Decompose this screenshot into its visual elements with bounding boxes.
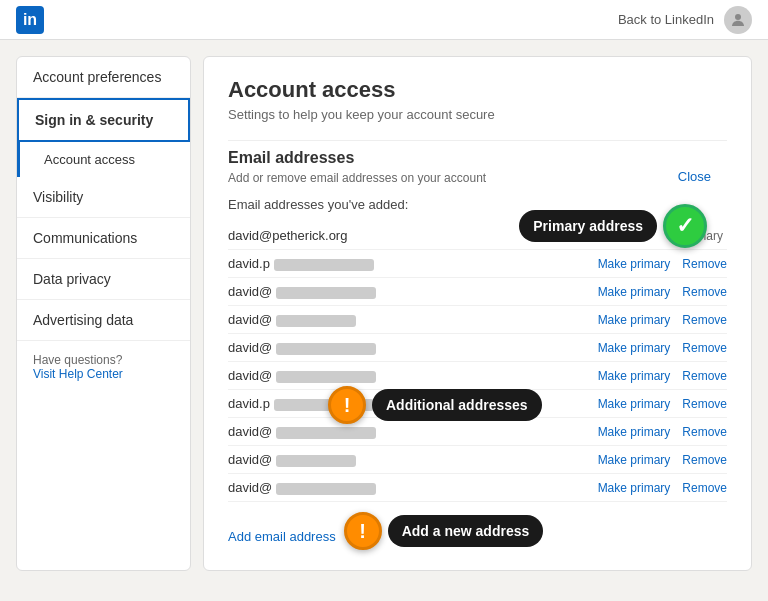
email-row: david.p Make primary Remove bbox=[228, 390, 727, 418]
email-row: david@ Make primary Remove bbox=[228, 362, 727, 390]
email-blur bbox=[276, 483, 376, 495]
add-email-link[interactable]: Add email address bbox=[228, 529, 336, 544]
remove-button[interactable]: Remove bbox=[682, 397, 727, 411]
email-row: david@ Make primary Remove bbox=[228, 306, 727, 334]
email-row: david@ Make primary Remove bbox=[228, 278, 727, 306]
visit-help-center-link[interactable]: Visit Help Center bbox=[33, 367, 123, 381]
primary-email-container: david@petherick.org Primary Primary addr… bbox=[228, 222, 727, 250]
email-prefix: david@ bbox=[228, 452, 598, 467]
email-prefix: david@ bbox=[228, 424, 598, 439]
main-layout: Account preferences Sign in & security A… bbox=[0, 40, 768, 587]
make-primary-button[interactable]: Make primary bbox=[598, 397, 671, 411]
make-primary-button[interactable]: Make primary bbox=[598, 369, 671, 383]
sidebar-item-visibility[interactable]: Visibility bbox=[17, 177, 190, 218]
sidebar-item-data-privacy[interactable]: Data privacy bbox=[17, 259, 190, 300]
email-blur bbox=[276, 315, 356, 327]
sidebar-item-sign-in-security[interactable]: Sign in & security bbox=[17, 98, 190, 142]
back-to-linkedin-link[interactable]: Back to LinkedIn bbox=[618, 12, 714, 27]
remove-button[interactable]: Remove bbox=[682, 313, 727, 327]
divider bbox=[228, 140, 727, 141]
sidebar-item-communications[interactable]: Communications bbox=[17, 218, 190, 259]
have-questions-section: Have questions? Visit Help Center bbox=[17, 341, 190, 393]
remove-button[interactable]: Remove bbox=[682, 285, 727, 299]
sidebar: Account preferences Sign in & security A… bbox=[16, 56, 191, 571]
sidebar-item-advertising-data[interactable]: Advertising data bbox=[17, 300, 190, 341]
email-prefix: david@ bbox=[228, 284, 598, 299]
email-blur bbox=[274, 259, 374, 271]
email-row: david@ Make primary Remove bbox=[228, 474, 727, 502]
avatar[interactable] bbox=[724, 6, 752, 34]
page-subtitle: Settings to help you keep your account s… bbox=[228, 107, 727, 122]
add-email-container: Add email address ! Add a new address bbox=[228, 512, 727, 550]
email-section-label: Email addresses you've added: bbox=[228, 197, 727, 212]
email-blur bbox=[276, 455, 356, 467]
make-primary-button[interactable]: Make primary bbox=[598, 425, 671, 439]
email-blur bbox=[276, 427, 376, 439]
page-title: Account access bbox=[228, 77, 727, 103]
email-blur bbox=[274, 399, 374, 411]
remove-button[interactable]: Remove bbox=[682, 257, 727, 271]
email-row: david.p Make primary Remove bbox=[228, 250, 727, 278]
primary-email-row: david@petherick.org Primary bbox=[228, 222, 727, 250]
remove-button[interactable]: Remove bbox=[682, 369, 727, 383]
email-prefix: david.p bbox=[228, 396, 598, 411]
make-primary-button[interactable]: Make primary bbox=[598, 257, 671, 271]
email-blur bbox=[276, 343, 376, 355]
header: in Back to LinkedIn bbox=[0, 0, 768, 40]
make-primary-button[interactable]: Make primary bbox=[598, 313, 671, 327]
close-button[interactable]: Close bbox=[678, 169, 711, 184]
email-row: david@ Make primary Remove bbox=[228, 446, 727, 474]
remove-button[interactable]: Remove bbox=[682, 453, 727, 467]
sidebar-item-account-preferences[interactable]: Account preferences bbox=[17, 57, 190, 98]
header-right: Back to LinkedIn bbox=[618, 6, 752, 34]
email-row: david@ Make primary Remove bbox=[228, 334, 727, 362]
section-subtitle: Add or remove email addresses on your ac… bbox=[228, 171, 727, 185]
primary-badge: Primary bbox=[682, 229, 723, 243]
make-primary-button[interactable]: Make primary bbox=[598, 481, 671, 495]
add-new-address-tooltip: ! Add a new address bbox=[344, 512, 544, 550]
make-primary-button[interactable]: Make primary bbox=[598, 341, 671, 355]
additional-email-container: david.p Make primary Remove ! Additional… bbox=[228, 390, 727, 418]
svg-point-0 bbox=[735, 14, 741, 20]
email-prefix: david.p bbox=[228, 256, 598, 271]
linkedin-logo: in bbox=[16, 6, 44, 34]
email-prefix: david@ bbox=[228, 312, 598, 327]
content-area: Account access Settings to help you keep… bbox=[203, 56, 752, 571]
section-title: Email addresses bbox=[228, 149, 727, 167]
make-primary-button[interactable]: Make primary bbox=[598, 285, 671, 299]
primary-email-address: david@petherick.org bbox=[228, 228, 682, 243]
email-prefix: david@ bbox=[228, 340, 598, 355]
email-prefix: david@ bbox=[228, 480, 598, 495]
add-tooltip-icon: ! bbox=[344, 512, 382, 550]
remove-button[interactable]: Remove bbox=[682, 481, 727, 495]
make-primary-button[interactable]: Make primary bbox=[598, 453, 671, 467]
email-prefix: david@ bbox=[228, 368, 598, 383]
email-blur bbox=[276, 371, 376, 383]
remove-button[interactable]: Remove bbox=[682, 341, 727, 355]
have-questions-label: Have questions? bbox=[33, 353, 174, 367]
add-tooltip-text: Add a new address bbox=[388, 515, 544, 547]
remove-button[interactable]: Remove bbox=[682, 425, 727, 439]
email-blur bbox=[276, 287, 376, 299]
email-row: david@ Make primary Remove bbox=[228, 418, 727, 446]
sidebar-subitem-account-access[interactable]: Account access bbox=[17, 142, 190, 177]
